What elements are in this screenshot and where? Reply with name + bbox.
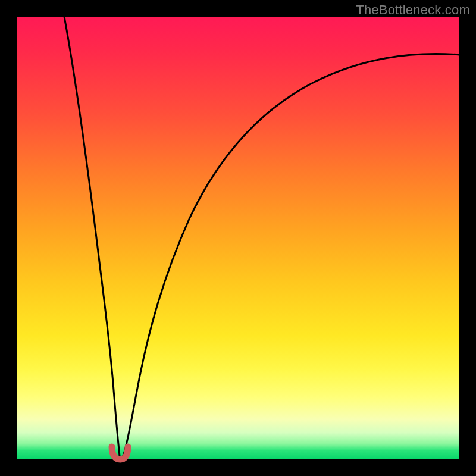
curve-path [64, 17, 459, 457]
watermark-text: TheBottleneck.com [356, 2, 470, 18]
chart-frame: TheBottleneck.com [0, 0, 476, 476]
bottleneck-curve [17, 17, 459, 459]
plot-area [17, 17, 459, 459]
